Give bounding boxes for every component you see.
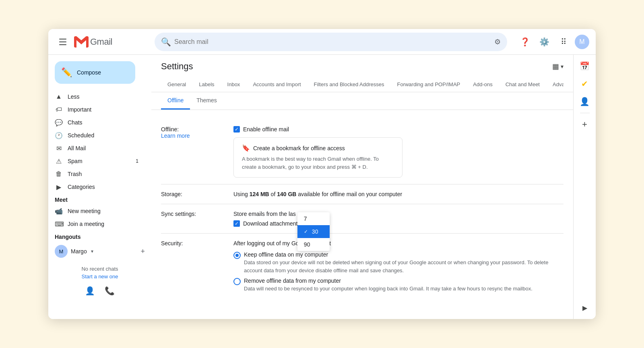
sidebar-item-trash[interactable]: 🗑 Trash [48, 168, 145, 180]
gmail-logo[interactable]: Gmail [74, 36, 112, 48]
option-90[interactable]: 90 [297, 238, 330, 251]
tab-forwarding-pop[interactable]: Forwarding and POP/IMAP [390, 78, 466, 92]
hangouts-avatar: M [55, 245, 68, 258]
right-panel-expand-icon[interactable]: ▶ [577, 300, 593, 316]
right-panel-tasks-icon[interactable]: ✔ [577, 76, 593, 92]
hangouts-dropdown-icon[interactable]: ▾ [91, 249, 93, 254]
sub-tab-offline[interactable]: Offline [161, 92, 190, 110]
add-person-icon[interactable]: 👤 [85, 286, 95, 296]
sub-tab-themes[interactable]: Themes [190, 92, 223, 110]
sidebar-item-label-scheduled: Scheduled [68, 132, 94, 139]
layout-dropdown-icon[interactable]: ▾ [561, 63, 564, 70]
radio-remove-offline-desc: Data will need to be resynced to your co… [244, 285, 533, 293]
download-attachments-checkbox[interactable]: ✓ [233, 220, 240, 227]
settings-title-text: Settings [161, 61, 193, 72]
scheduled-icon: 🕐 [55, 132, 63, 139]
sidebar-item-all-mail[interactable]: ✉ All Mail [48, 142, 145, 155]
avatar[interactable]: M [575, 35, 589, 49]
sidebar-item-join-meeting[interactable]: ⌨ Join a meeting [48, 218, 145, 230]
bookmark-card-title-text: Create a bookmark for offline access [253, 145, 345, 151]
main-content: Settings ▦ ▾ General Labels Inbox Accoun… [151, 55, 573, 319]
security-value: After logging out of my Google account K… [233, 234, 564, 302]
storage-text: Using 124 MB of 140 GB available for off… [233, 191, 402, 197]
right-panel-calendar-icon[interactable]: 📅 [577, 58, 593, 74]
settings-button[interactable]: ⚙️ [536, 34, 552, 50]
sidebar-item-new-meeting[interactable]: 📹 New meeting [48, 205, 145, 218]
checkmark-icon: ✓ [304, 229, 308, 234]
radio-remove-offline-btn[interactable] [233, 278, 241, 285]
bookmark-card-title-row: 🔖 Create a bookmark for offline access [242, 144, 394, 152]
download-attachments-row: ✓ Download attachments [233, 220, 564, 227]
tab-add-ons[interactable]: Add-ons [466, 78, 499, 92]
tab-chat-meet[interactable]: Chat and Meet [499, 78, 546, 92]
right-panel-divider [580, 113, 590, 113]
storage-value: Using 124 MB of 140 GB available for off… [233, 184, 564, 204]
radio-keep-offline: Keep offline data on my computer Data st… [233, 251, 564, 274]
tab-filters-blocked[interactable]: Filters and Blocked Addresses [308, 78, 391, 92]
trash-icon: 🗑 [55, 170, 63, 178]
sidebar-item-label-spam: Spam [68, 158, 83, 164]
sync-value: Store emails from the las 7 ✓ [233, 204, 564, 234]
sync-setting-row: Store emails from the las 7 ✓ [233, 211, 564, 217]
app-header: Gmail 🔍 ⚙ ❓ ⚙️ ⠿ M [48, 29, 596, 55]
settings-header: Settings ▦ ▾ General Labels Inbox Accoun… [151, 55, 573, 92]
radio-keep-offline-content: Keep offline data on my computer Data st… [244, 251, 564, 274]
video-icon: 📹 [55, 207, 63, 215]
compose-icon: ✏️ [61, 67, 72, 78]
sidebar-item-less[interactable]: ▲ Less [48, 90, 145, 103]
bookmark-card: 🔖 Create a bookmark for offline access A… [233, 137, 402, 178]
layout-icon[interactable]: ▦ [552, 62, 559, 71]
no-recent-chats-label: No recent chats [55, 266, 145, 272]
menu-button[interactable] [55, 34, 71, 50]
sidebar-item-label-important: Important [68, 106, 91, 113]
spam-icon: ⚠ [55, 157, 63, 165]
radio-remove-offline-label: Remove offline data from my computer [244, 278, 533, 284]
option-30[interactable]: ✓ 30 [297, 225, 330, 238]
radio-remove-offline-content: Remove offline data from my computer Dat… [244, 278, 533, 293]
help-button[interactable]: ❓ [517, 34, 533, 50]
compose-button[interactable]: ✏️ Compose [55, 61, 135, 84]
header-left: Gmail [55, 34, 151, 50]
right-panel-contacts-icon[interactable]: 👤 [577, 93, 593, 110]
sidebar-item-chats[interactable]: 💬 Chats [48, 116, 145, 129]
sub-tabs: Offline Themes [151, 92, 573, 110]
tab-advanced[interactable]: Advanced [546, 78, 564, 92]
sidebar-item-spam[interactable]: ⚠ Spam 1 [48, 155, 145, 168]
enable-offline-row: ✓ Enable offline mail [233, 126, 564, 133]
option-7[interactable]: 7 [297, 212, 330, 225]
sidebar-item-label-join-meeting: Join a meeting [68, 221, 104, 227]
right-panel-add-button[interactable]: + [577, 116, 593, 133]
sidebar-item-categories[interactable]: ▶ Categories [48, 180, 145, 193]
learn-more-link[interactable]: Learn more [161, 133, 190, 139]
sidebar-item-important[interactable]: 🏷 Important [48, 103, 145, 116]
radio-keep-offline-btn[interactable] [233, 252, 241, 259]
apps-button[interactable]: ⠿ [555, 34, 572, 50]
enable-offline-checkbox[interactable]: ✓ [233, 126, 240, 133]
bookmark-card-text: A bookmark is the best way to reach Gmai… [242, 155, 394, 171]
layout-control[interactable]: ▦ ▾ [552, 62, 564, 71]
phone-icon[interactable]: 📞 [105, 286, 115, 296]
option-30-label: 30 [312, 228, 318, 235]
sidebar-item-scheduled[interactable]: 🕐 Scheduled [48, 129, 145, 142]
search-options-icon[interactable]: ⚙ [494, 37, 501, 46]
start-new-chat-link[interactable]: Start a new one [55, 273, 145, 280]
download-checkbox-check-icon: ✓ [235, 221, 239, 226]
tab-accounts-import[interactable]: Accounts and Import [246, 78, 307, 92]
meet-section-label: Meet [48, 193, 151, 205]
app-body: ✏️ Compose ▲ Less 🏷 Important 💬 Chats 🕐 … [48, 55, 596, 319]
add-hangout-icon[interactable]: + [140, 247, 145, 256]
storage-label: Storage: [161, 184, 233, 204]
tab-general[interactable]: General [161, 78, 192, 92]
radio-remove-offline: Remove offline data from my computer Dat… [233, 278, 564, 293]
all-mail-icon: ✉ [55, 145, 63, 152]
categories-icon: ▶ [55, 183, 63, 191]
tab-labels[interactable]: Labels [192, 78, 221, 92]
option-7-label: 7 [304, 215, 307, 222]
search-input[interactable] [174, 38, 491, 46]
search-bar[interactable]: 🔍 ⚙ [155, 33, 507, 51]
hangouts-user-item[interactable]: M Margo ▾ + [48, 242, 151, 261]
tab-inbox[interactable]: Inbox [221, 78, 247, 92]
settings-content: Offline: Learn more ✓ Enable offline mai… [151, 110, 573, 319]
chevron-up-icon: ▲ [55, 93, 63, 100]
settings-table: Offline: Learn more ✓ Enable offline mai… [161, 120, 564, 302]
